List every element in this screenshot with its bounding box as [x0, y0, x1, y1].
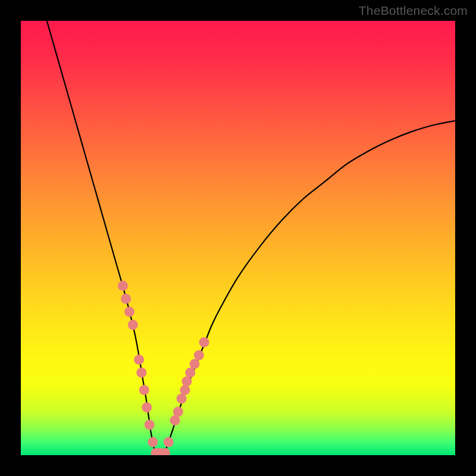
marker-dot	[136, 368, 146, 378]
marker-dot	[177, 394, 187, 404]
plot-area	[21, 21, 455, 455]
marker-dot	[194, 350, 204, 361]
bottleneck-curve	[47, 21, 455, 455]
marker-group	[118, 281, 209, 455]
marker-dot	[118, 281, 128, 291]
marker-dot	[181, 376, 192, 386]
marker-dot	[121, 294, 131, 304]
chart-frame: TheBottleneck.com	[0, 0, 476, 476]
marker-dot	[124, 307, 134, 317]
curve-layer	[21, 21, 455, 455]
marker-dot	[134, 355, 144, 365]
marker-dot	[148, 437, 158, 447]
watermark-text: TheBottleneck.com	[359, 4, 468, 18]
marker-dot	[180, 385, 190, 395]
marker-dot	[128, 320, 138, 330]
marker-dot	[185, 368, 195, 378]
marker-dot	[173, 407, 183, 417]
marker-dot	[170, 415, 180, 425]
marker-dot	[145, 419, 155, 430]
marker-dot	[199, 337, 209, 347]
marker-dot	[142, 402, 152, 412]
marker-dot	[164, 437, 174, 447]
marker-dot	[139, 385, 149, 395]
marker-dot	[190, 359, 200, 369]
